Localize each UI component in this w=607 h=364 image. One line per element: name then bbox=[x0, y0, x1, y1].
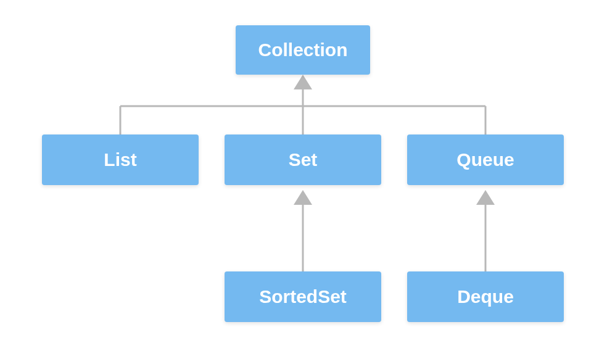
node-set: Set bbox=[225, 134, 381, 185]
node-list: List bbox=[42, 134, 199, 185]
node-queue: Queue bbox=[407, 134, 564, 185]
node-deque-label: Deque bbox=[457, 286, 514, 307]
node-collection: Collection bbox=[236, 25, 370, 75]
node-list-label: List bbox=[104, 149, 136, 170]
hierarchy-diagram: Collection List Set Queue SortedSet Dequ… bbox=[0, 0, 607, 364]
node-deque: Deque bbox=[407, 271, 564, 322]
node-sortedset: SortedSet bbox=[225, 271, 381, 322]
node-sortedset-label: SortedSet bbox=[259, 286, 347, 307]
node-set-label: Set bbox=[289, 149, 318, 170]
node-queue-label: Queue bbox=[456, 149, 514, 170]
node-collection-label: Collection bbox=[258, 39, 347, 60]
